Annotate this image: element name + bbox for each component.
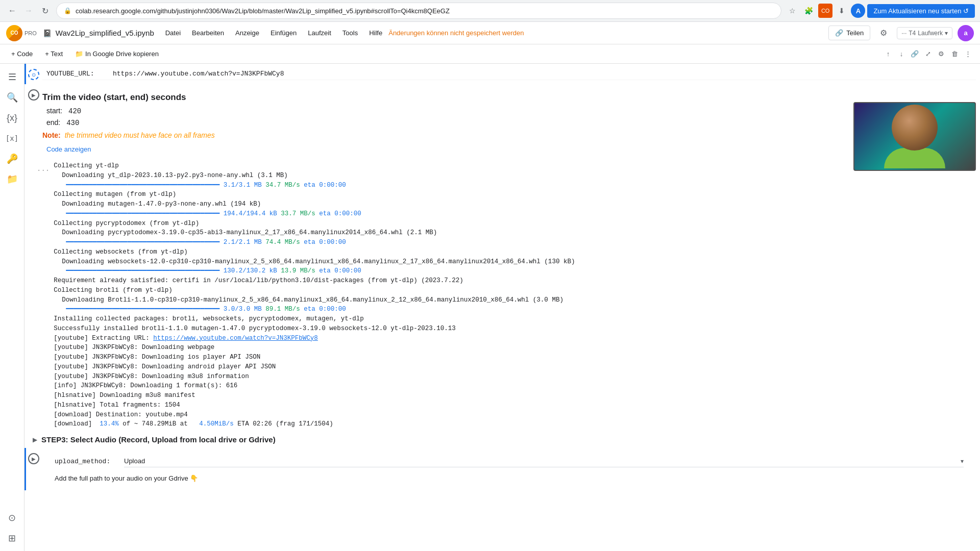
address-bar[interactable]: 🔒 colab.research.google.com/github/justi… — [56, 3, 781, 19]
output-line-6: ━━━━━━━━━━━━━━━━━━━━━━━━━━━━━━━━━━━━━━━━… — [54, 209, 980, 219]
trim-cell-run-btn[interactable]: ▶ — [28, 89, 39, 101]
notebook-info: 📓 Wav2Lip_simplified_v5.ipynb — [43, 29, 154, 37]
move-up-button[interactable]: ↑ — [882, 48, 894, 60]
cell-settings-button[interactable]: ⚙ — [935, 48, 947, 60]
output-line-23: [youtube] JN3KPFbWCy8: Downloading m3u8 … — [54, 372, 980, 382]
show-code-button[interactable]: Code anzeigen — [46, 143, 91, 155]
download-button[interactable]: ⬇ — [835, 4, 849, 18]
colab-ext-button[interactable]: CO — [818, 4, 833, 18]
sidebar-files-icon[interactable]: 📁 — [3, 170, 21, 188]
sidebar-secrets-icon[interactable]: 🔑 — [3, 149, 21, 168]
upload-method-arrow-icon: ▾ — [961, 458, 964, 465]
menu-tools[interactable]: Tools — [337, 26, 363, 40]
note-row: Note: the trimmed video must have face o… — [42, 131, 976, 139]
output-line-20: [youtube] JN3KPFbWCy8: Downloading webpa… — [54, 343, 980, 353]
left-sidebar: ☰ 🔍 {x} [x] 🔑 📁 ⊙ ⊞ — [0, 64, 24, 551]
bookmark-button[interactable]: ☆ — [786, 4, 800, 18]
extensions-button[interactable]: 🧩 — [802, 4, 816, 18]
dots-indicator: ··· — [37, 165, 50, 176]
expand-cell-button[interactable]: ⤢ — [922, 48, 934, 60]
main-layout: ☰ 🔍 {x} [x] 🔑 📁 ⊙ ⊞ ⊙ — [0, 64, 980, 551]
profile-button[interactable]: A — [851, 4, 865, 18]
output-line-24: [info] JN3KPFbWCy8: Downloading 1 format… — [54, 381, 980, 391]
browser-chrome: ← → ↻ 🔒 colab.research.google.com/github… — [0, 0, 980, 22]
runtime-label: Laufwerk — [918, 30, 943, 37]
upload-method-label: upload_method: — [55, 458, 116, 465]
menu-edit[interactable]: Bearbeiten — [187, 26, 229, 40]
menu-view[interactable]: Anzeige — [230, 26, 264, 40]
notebook-title: Wav2Lip_simplified_v5.ipynb — [56, 29, 154, 37]
output-line-1: Collecting yt-dlp — [54, 161, 980, 171]
output-line-13: Requirement already satisfied: certifi i… — [54, 276, 980, 286]
output-line-17: Installing collected packages: brotli, w… — [54, 314, 980, 324]
upload-method-value: Upload — [124, 455, 961, 467]
cell-run-spinner[interactable]: ⊙ — [28, 69, 39, 80]
youtube-link[interactable]: https://www.youtube.com/watch?v=JN3KPFbW… — [153, 335, 318, 342]
share-label: Teilen — [846, 29, 864, 37]
output-line-22: [youtube] JN3KPFbWCy8: Downloading andro… — [54, 362, 980, 372]
update-restart-button[interactable]: Zum Aktualisieren neu starten ↺ — [867, 4, 975, 18]
colab-logo: CO PRO — [6, 25, 37, 41]
runtime-type: T4 — [909, 30, 916, 37]
back-button[interactable]: ← — [5, 4, 19, 18]
menu-insert[interactable]: Einfügen — [265, 26, 302, 40]
step3-chevron-icon: ▶ — [33, 436, 37, 443]
step3-run-btn[interactable]: ▶ — [28, 453, 39, 464]
share-button[interactable]: 🔗 Teilen — [828, 26, 870, 40]
start-value: 420 — [68, 107, 81, 115]
move-down-button[interactable]: ↓ — [895, 48, 908, 60]
output-line-14: Collecting brotli (from yt-dlp) — [54, 286, 980, 295]
copy-to-drive-button[interactable]: 📁 In Google Drive kopieren — [70, 47, 164, 60]
step3-cell: ▶ upload_method: Upload ▾ Add the full p… — [24, 448, 980, 490]
menu-runtime[interactable]: Laufzeit — [303, 26, 336, 40]
sidebar-code-icon[interactable]: ⊙ — [3, 509, 21, 527]
output-line-18: Successfully installed brotli-1.1.0 muta… — [54, 324, 980, 334]
colab-actions: 🔗 Teilen ⚙ ··· T4 Laufwerk ▾ a — [828, 25, 974, 41]
output-line-5: Downloading mutagen-1.47.0-py3-none-any.… — [54, 199, 980, 209]
sidebar-toc-icon[interactable]: {x} — [3, 109, 21, 127]
menu-help[interactable]: Hilfe — [364, 26, 387, 40]
notebook-content: ⊙ YOUTUBE_URL: https://www.youtube.com/w… — [24, 64, 980, 551]
gdrive-note-text: Add the full path to your audio on your … — [55, 474, 198, 482]
delete-cell-button[interactable]: 🗑 — [948, 48, 961, 60]
user-avatar[interactable]: a — [958, 25, 974, 41]
more-options-button[interactable]: ⋮ — [962, 48, 974, 60]
output-line-3: ━━━━━━━━━━━━━━━━━━━━━━━━━━━━━━━━━━━━━━━━… — [54, 181, 980, 190]
settings-button[interactable]: ⚙ — [875, 25, 892, 41]
link-cell-button[interactable]: 🔗 — [909, 48, 921, 60]
output-line-28: [download] 13.4% of ~ 748.29MiB at 4.50M… — [54, 419, 980, 429]
gdrive-note: Add the full path to your audio on your … — [42, 470, 976, 486]
output-line-10: Collecting websockets (from yt-dlp) — [54, 247, 980, 257]
video-content — [854, 103, 975, 170]
sidebar-variables-icon[interactable]: [x] — [3, 129, 21, 147]
runtime-chevron: ▾ — [945, 30, 948, 37]
sidebar-collapse-icon[interactable]: ⊞ — [3, 529, 21, 547]
output-line-26: [hlsnative] Total fragments: 1504 — [54, 400, 980, 410]
menu-file[interactable]: Datei — [160, 26, 186, 40]
add-code-button[interactable]: + Code — [6, 47, 38, 60]
video-face — [892, 105, 938, 151]
start-label: start: — [46, 107, 62, 115]
menu-bar: Datei Bearbeiten Anzeige Einfügen Laufze… — [160, 26, 524, 40]
share-icon: 🔗 — [835, 29, 843, 37]
start-row: start: 420 — [46, 107, 976, 115]
notebook-file-icon: 📓 — [43, 29, 52, 37]
step3-title: STEP3: Select Audio (Record, Upload from… — [41, 435, 276, 444]
forward-button[interactable]: → — [21, 4, 36, 18]
sidebar-search-icon[interactable]: 🔍 — [3, 88, 21, 107]
upload-method-select-wrapper[interactable]: Upload ▾ — [124, 455, 964, 467]
output-lines: Collecting yt-dlp Downloading yt_dlp-202… — [54, 161, 980, 429]
end-row: end: 430 — [46, 118, 976, 127]
output-line-16: ━━━━━━━━━━━━━━━━━━━━━━━━━━━━━━━━━━━━━━━━… — [54, 305, 980, 314]
end-label: end: — [46, 118, 60, 127]
add-text-button[interactable]: + Text — [40, 47, 68, 60]
end-value: 430 — [66, 119, 79, 127]
sidebar-menu-icon[interactable]: ☰ — [3, 68, 21, 86]
unsaved-notice: Änderungen können nicht gespeichert werd… — [388, 29, 524, 37]
reload-button[interactable]: ↻ — [38, 4, 52, 18]
youtube-url-label: YOUTUBE_URL: — [46, 70, 113, 78]
step3-section: ▶ STEP3: Select Audio (Record, Upload fr… — [24, 431, 980, 448]
drive-icon: 📁 — [75, 50, 83, 58]
video-shirt — [884, 148, 945, 168]
output-line-8: Downloading pycryptodomex-3.19.0-cp35-ab… — [54, 228, 980, 238]
